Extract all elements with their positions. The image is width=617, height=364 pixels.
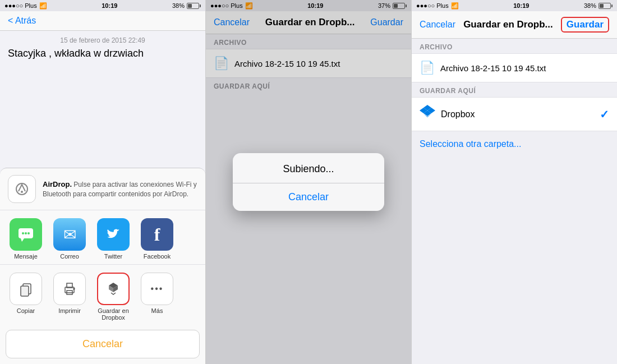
panel-share-sheet: ●●●○○ Plus 📶 10:19 38% < Atrás 15 de feb… (0, 0, 206, 364)
time-3: 10:19 (513, 2, 529, 9)
mas-icon: ••• (141, 273, 173, 305)
archivo-header-3: ARCHIVO (412, 39, 617, 53)
note-date: 15 de febrero de 2015 22:49 (8, 36, 197, 44)
app-mensaje[interactable]: Mensaje (6, 218, 46, 260)
panel-dropbox-saved: ●●●○○ Plus 📶 10:19 38% Cancelar Guardar … (412, 0, 617, 364)
airdrop-text: AirDrop. Pulse para activar las conexion… (43, 179, 197, 199)
time-1: 10:19 (102, 2, 117, 9)
wifi-icon-1: 📶 (39, 2, 47, 10)
battery-icon-3 (598, 3, 613, 9)
svg-point-6 (27, 232, 30, 234)
dropbox-row[interactable]: Dropbox ✓ (412, 97, 617, 131)
dialog-overlay: Subiendo... Cancelar (206, 0, 411, 364)
app-icons-row: Mensaje ✉ Correo Twitter f (0, 210, 205, 265)
action-label-copiar: Copiar (17, 307, 35, 314)
file-row-3: 📄 Archivo 18-2-15 10 19 45.txt (412, 53, 617, 82)
panel3-title: Guardar en Dropb... (463, 19, 553, 30)
twitter-icon (97, 218, 130, 251)
action-label-guardar-dropbox: Guardar enDropbox (98, 307, 129, 321)
battery-pct-3: 38% (584, 2, 596, 9)
cancel-button-sheet[interactable]: Cancelar (6, 330, 200, 358)
file-name-3: Archivo 18-2-15 10 19 45.txt (440, 63, 546, 73)
action-label-mas: Más (151, 307, 163, 314)
copiar-icon (10, 273, 42, 305)
panel1-content: 15 de febrero de 2015 22:49 Stacyjka , w… (0, 31, 205, 71)
status-bar-1: ●●●○○ Plus 📶 10:19 38% (0, 0, 205, 11)
app-facebook[interactable]: f Facebook (137, 218, 177, 260)
mensaje-icon (10, 218, 42, 251)
svg-rect-8 (21, 286, 29, 296)
dialog-title: Subiendo... (233, 153, 384, 183)
dropbox-icon (420, 104, 435, 124)
panel3-cancel-button[interactable]: Cancelar (420, 20, 455, 30)
battery-pct-1: 38% (172, 2, 185, 9)
action-icons-row: Copiar Imprimir (0, 265, 205, 325)
svg-point-5 (25, 232, 27, 234)
battery-icon-1 (187, 3, 201, 9)
share-sheet: AirDrop. Pulse para activar las conexion… (0, 168, 205, 364)
status-left-1: ●●●○○ Plus 📶 (4, 2, 47, 10)
svg-point-12 (73, 288, 75, 289)
action-guardar-dropbox[interactable]: Guardar enDropbox (93, 273, 133, 321)
dialog-cancel-button[interactable]: Cancelar (233, 183, 384, 211)
panel3-save-button[interactable]: Guardar (561, 17, 609, 33)
status-left-3: ●●●○○ Plus 📶 (416, 2, 459, 10)
airdrop-row[interactable]: AirDrop. Pulse para activar las conexion… (0, 168, 205, 210)
action-mas[interactable]: ••• Más (137, 273, 177, 321)
app-twitter[interactable]: Twitter (93, 218, 133, 260)
carrier-1: ●●●○○ Plus (4, 2, 37, 9)
action-copiar[interactable]: Copiar (6, 273, 46, 321)
status-right-1: 38% (172, 2, 201, 9)
app-label-correo: Correo (60, 253, 79, 260)
note-title: Stacyjka , wkładka w drzwiach (8, 48, 197, 59)
action-imprimir[interactable]: Imprimir (49, 273, 90, 321)
select-folder-link[interactable]: Selecciona otra carpeta... (412, 131, 617, 157)
back-button[interactable]: < Atrás (8, 16, 36, 26)
action-label-imprimir: Imprimir (58, 307, 81, 314)
panel3-nav: Cancelar Guardar en Dropb... Guardar (412, 11, 617, 39)
carrier-3: ●●●○○ Plus (416, 2, 449, 9)
status-bar-3: ●●●○○ Plus 📶 10:19 38% (412, 0, 617, 11)
dialog-box: Subiendo... Cancelar (233, 153, 384, 211)
facebook-icon: f (141, 218, 173, 251)
svg-marker-3 (21, 238, 24, 242)
airdrop-icon (8, 175, 36, 203)
panel1-nav: < Atrás (0, 11, 205, 31)
panel-uploading: ●●●○○ Plus 📶 10:19 37% Cancelar Guardar … (206, 0, 412, 364)
svg-point-4 (22, 232, 24, 234)
wifi-icon-3: 📶 (451, 2, 459, 10)
guardar-header-3: GUARDAR AQUÍ (412, 82, 617, 97)
app-label-facebook: Facebook (144, 253, 171, 260)
status-right-3: 38% (584, 2, 613, 9)
app-label-twitter: Twitter (104, 253, 122, 260)
svg-point-1 (21, 191, 23, 193)
app-correo[interactable]: ✉ Correo (49, 218, 90, 260)
app-label-mensaje: Mensaje (14, 253, 38, 260)
file-icon-3: 📄 (420, 61, 435, 75)
checkmark-icon: ✓ (600, 108, 609, 121)
guardar-dropbox-icon (97, 273, 130, 305)
correo-icon: ✉ (53, 218, 86, 251)
imprimir-icon (53, 273, 86, 305)
dropbox-label: Dropbox (441, 109, 594, 119)
